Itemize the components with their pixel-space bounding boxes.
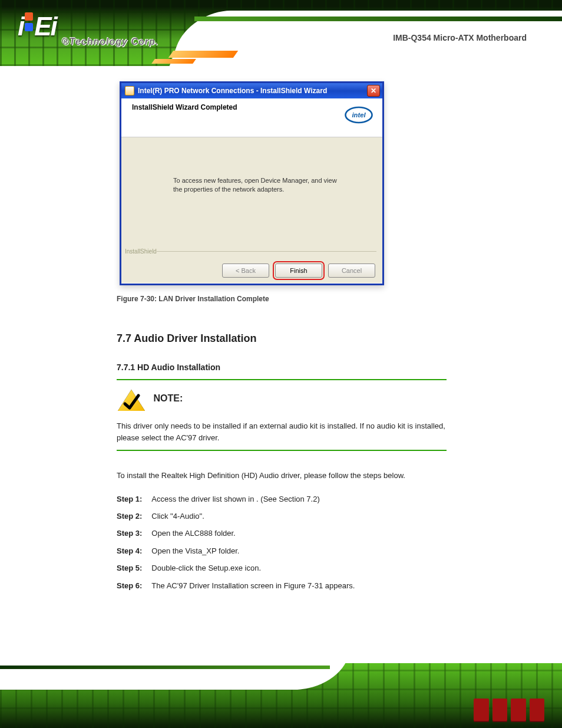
pcb-chips-decoration bbox=[474, 699, 544, 722]
note-title: NOTE: bbox=[153, 393, 183, 404]
dialog-button-bar: < Back Finish Cancel bbox=[121, 258, 382, 283]
company-tagline: ®Technology Corp. bbox=[62, 37, 158, 47]
step-text: Access the driver list shown in . (See S… bbox=[151, 492, 319, 506]
step-text: Click "4-Audio". bbox=[151, 509, 204, 523]
dialog-title-text: Intel(R) PRO Network Connections - Insta… bbox=[138, 87, 327, 95]
figure-caption: Figure 7-30: LAN Driver Installation Com… bbox=[117, 295, 447, 303]
installer-icon bbox=[125, 86, 134, 95]
dialog-header: InstallShield Wizard Completed intel bbox=[121, 98, 382, 137]
finish-button[interactable]: Finish bbox=[275, 263, 322, 278]
step-item: Step 2:Click "4-Audio". bbox=[117, 509, 447, 523]
step-item: Step 6:The AC'97 Driver Installation scr… bbox=[117, 579, 447, 592]
intel-logo-icon: intel bbox=[343, 104, 374, 126]
cancel-button: Cancel bbox=[328, 263, 375, 278]
step-label: Step 5: bbox=[117, 561, 142, 575]
section-heading: 7.7 Audio Driver Installation bbox=[117, 332, 447, 345]
step-label: Step 1: bbox=[117, 492, 142, 506]
note-block: NOTE: This driver only needs to be insta… bbox=[117, 380, 447, 450]
banner-curve-bottom bbox=[0, 631, 354, 690]
dialog-body-text: To access new features, open Device Mana… bbox=[173, 176, 338, 194]
step-text: The AC'97 Driver Installation screen in … bbox=[151, 579, 355, 592]
product-name: IMB-Q354 Micro-ATX Motherboard bbox=[393, 33, 527, 42]
back-button: < Back bbox=[222, 263, 269, 278]
dialog-body: To access new features, open Device Mana… bbox=[121, 137, 382, 258]
installshield-brand-label: InstallShield bbox=[125, 248, 157, 255]
svg-text:intel: intel bbox=[352, 111, 366, 118]
installshield-dialog: Intel(R) PRO Network Connections - Insta… bbox=[120, 81, 384, 285]
divider-line bbox=[157, 251, 376, 252]
step-item: Step 1:Access the driver list shown in .… bbox=[117, 492, 447, 506]
close-icon[interactable]: ✕ bbox=[367, 85, 380, 97]
step-item: Step 5:Double-click the Setup.exe icon. bbox=[117, 561, 447, 575]
step-text: Double-click the Setup.exe icon. bbox=[151, 561, 261, 575]
warning-triangle-icon bbox=[117, 388, 146, 412]
step-item: Step 3:Open the ALC888 folder. bbox=[117, 526, 447, 540]
document-content: Figure 7-30: LAN Driver Installation Com… bbox=[117, 295, 447, 596]
step-label: Step 2: bbox=[117, 509, 142, 523]
step-label: Step 6: bbox=[117, 579, 142, 592]
accent-stripe-orange1 bbox=[168, 51, 238, 58]
company-logo: i Ei bbox=[18, 12, 57, 41]
steps-block: To install the Realtek High Definition (… bbox=[117, 469, 447, 592]
step-item: Step 4:Open the Vista_XP folder. bbox=[117, 544, 447, 558]
step-label: Step 3: bbox=[117, 526, 142, 540]
accent-stripe-orange2 bbox=[151, 59, 196, 64]
step-label: Step 4: bbox=[117, 544, 142, 558]
step-text: Open the Vista_XP folder. bbox=[151, 544, 239, 558]
step-text: Open the ALC888 folder. bbox=[151, 526, 235, 540]
green-stripe-bottom bbox=[0, 666, 330, 669]
subsection-heading: 7.7.1 HD Audio Installation bbox=[117, 363, 447, 372]
dialog-heading: InstallShield Wizard Completed bbox=[132, 103, 237, 111]
note-bottom-rule bbox=[117, 450, 447, 451]
note-text: This driver only needs to be installed i… bbox=[117, 420, 447, 444]
intro-text: To install the Realtek High Definition (… bbox=[117, 469, 447, 482]
dialog-title-bar: Intel(R) PRO Network Connections - Insta… bbox=[121, 83, 382, 98]
green-stripe-top bbox=[194, 17, 562, 21]
